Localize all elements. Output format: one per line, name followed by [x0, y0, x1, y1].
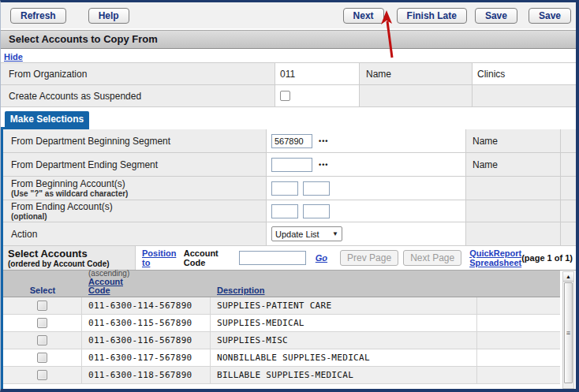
empty-column-header: [477, 295, 560, 297]
table-row: 011-6300-114-567890 SUPPLIES-PATIENT CAR…: [3, 297, 560, 315]
save-button-2[interactable]: Save: [529, 8, 571, 24]
row-select-checkbox[interactable]: [37, 301, 47, 311]
end-account-input-2[interactable]: [303, 204, 330, 218]
table-bottom-sliver: [3, 384, 576, 390]
selection-form: From Department Beginning Segment ••• Na…: [3, 129, 576, 246]
row-select-checkbox[interactable]: [37, 370, 47, 380]
row-select-cell: [3, 297, 82, 314]
from-organization-label: From Organization: [1, 63, 275, 84]
organization-name-label: Name: [360, 63, 473, 84]
row-empty-cell: [477, 349, 560, 366]
dept-end-cell: •••: [267, 153, 466, 176]
row-description: SUPPLIES-PATIENT CARE: [211, 297, 477, 314]
save-button[interactable]: Save: [475, 8, 517, 24]
select-accounts-title: Select Accounts (ordered by Account Code…: [3, 246, 136, 270]
row-description: NONBILLABLE SUPPLIES-MEDICAL: [211, 349, 477, 366]
spreadsheet-link[interactable]: Spreadsheet: [469, 258, 521, 267]
select-column-header: Select: [3, 286, 82, 297]
select-accounts-subheading: (ordered by Account Code): [8, 259, 135, 268]
scrollbar-thumb[interactable]: ≡: [564, 282, 573, 383]
empty-cell: [561, 222, 576, 245]
hide-link[interactable]: Hide: [4, 52, 23, 62]
create-suspended-cell: [275, 85, 360, 106]
empty-cell: [561, 177, 576, 200]
action-dropdown[interactable]: Update List ▼: [271, 226, 342, 241]
dept-end-input[interactable]: [271, 158, 312, 172]
select-accounts-bar: Select Accounts (ordered by Account Code…: [3, 246, 576, 271]
empty-cell: [561, 200, 576, 222]
select-accounts-heading: Select Accounts: [8, 248, 135, 259]
table-scrollbar[interactable]: ▲ ≡: [562, 271, 574, 389]
row-description: SUPPLIES-MEDICAL: [211, 315, 477, 331]
finish-late-button[interactable]: Finish Late: [397, 8, 467, 24]
row-account-code: 011-6300-115-567890: [82, 315, 211, 331]
report-links: QuickReport Spreadsheet: [469, 248, 521, 267]
organization-name-value: Clinics: [473, 63, 576, 84]
dept-begin-input[interactable]: [271, 134, 312, 148]
hide-row: Hide: [1, 49, 576, 62]
action-label-text: Action: [11, 229, 37, 240]
action-cell: Update List ▼: [267, 222, 466, 245]
table-row: 011-6300-116-567890 SUPPLIES-MISC: [3, 332, 560, 349]
row-empty-cell: [477, 367, 560, 383]
from-organization-value: 011: [275, 63, 360, 84]
position-to-input[interactable]: [239, 251, 306, 265]
refresh-button[interactable]: Refresh: [10, 8, 66, 24]
next-button[interactable]: Next: [343, 8, 384, 24]
help-button[interactable]: Help: [88, 8, 129, 24]
go-link[interactable]: Go: [316, 253, 327, 263]
end-accounts-label-text: From Ending Account(s): [11, 201, 113, 212]
table-row: 011-6300-117-567890 NONBILLABLE SUPPLIES…: [3, 349, 560, 367]
application-window: Refresh Help Next Finish Late Save Save …: [0, 0, 579, 392]
account-code-label: Account Code: [184, 248, 234, 267]
action-label: Action: [3, 222, 267, 245]
empty-cell: [466, 177, 561, 200]
begin-accounts-label-text: From Beginning Account(s): [11, 178, 125, 189]
tab-make-selections[interactable]: Make Selections: [5, 111, 89, 127]
row-description: SUPPLIES-MISC: [211, 332, 477, 349]
row-account-code: 011-6300-118-567890: [82, 367, 211, 383]
create-suspended-row: Create Accounts as Suspended: [1, 85, 576, 107]
section-header: Select Accounts to Copy From: [1, 30, 576, 49]
row-account-code: 011-6300-114-567890: [82, 297, 211, 314]
dept-end-label-text: From Department Ending Segment: [11, 159, 158, 170]
tab-row: Make Selections: [1, 111, 576, 127]
position-to-link[interactable]: Position to: [142, 248, 181, 267]
begin-accounts-label: From Beginning Account(s) (Use "?" as wi…: [3, 177, 267, 200]
page-info: (page 1 of 1): [521, 253, 573, 263]
dept-begin-cell: •••: [267, 129, 466, 152]
end-account-input-1[interactable]: [271, 204, 298, 218]
empty-cell: [473, 85, 576, 106]
description-sort-link[interactable]: Description: [217, 286, 265, 295]
position-controls: Position to Account Code Go Prev Page Ne…: [136, 246, 576, 270]
row-select-checkbox[interactable]: [37, 335, 47, 345]
create-suspended-checkbox[interactable]: [280, 91, 290, 101]
description-column-header: Description: [211, 286, 477, 297]
end-accounts-hint: (optional): [11, 212, 47, 221]
action-row: Action Update List ▼: [3, 222, 576, 246]
row-account-code: 011-6300-117-567890: [82, 349, 211, 366]
next-page-button[interactable]: Next Page: [403, 250, 461, 266]
dept-begin-lookup-button[interactable]: •••: [319, 137, 328, 145]
prev-page-button[interactable]: Prev Page: [340, 250, 398, 266]
dept-end-row: From Department Ending Segment ••• Name: [3, 153, 576, 177]
table-row: 011-6300-118-567890 BILLABLE SUPPLIES-ME…: [3, 367, 560, 384]
end-accounts-label: From Ending Account(s) (optional): [3, 200, 267, 222]
begin-account-input-1[interactable]: [271, 181, 298, 196]
action-dropdown-value: Update List: [275, 230, 319, 239]
dept-end-lookup-button[interactable]: •••: [319, 161, 328, 169]
row-select-checkbox[interactable]: [37, 318, 47, 328]
row-select-cell: [3, 315, 82, 331]
scroll-up-arrow-icon[interactable]: ▲: [563, 272, 573, 282]
end-accounts-row: From Ending Account(s) (optional): [3, 200, 576, 222]
quickreport-link[interactable]: QuickReport: [469, 248, 521, 258]
begin-account-input-2[interactable]: [303, 181, 330, 196]
end-accounts-cell: [267, 200, 466, 222]
row-select-checkbox[interactable]: [37, 353, 47, 363]
account-code-sort-link-2[interactable]: Code: [88, 286, 211, 295]
row-empty-cell: [477, 315, 560, 331]
organization-form: From Organization 011 Name Clinics Creat…: [1, 62, 576, 107]
row-select-cell: [3, 332, 82, 349]
dept-begin-label-text: From Department Beginning Segment: [11, 136, 170, 147]
from-organization-row: From Organization 011 Name Clinics: [1, 63, 576, 85]
